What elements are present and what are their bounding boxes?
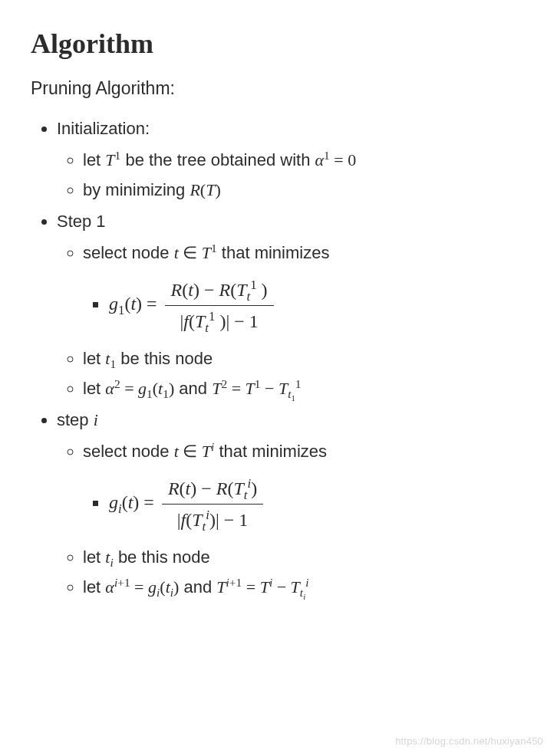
item-step-i: step i select node t ∈ Ti that minimizes… <box>57 407 526 600</box>
text: be the tree obtained with <box>120 150 315 169</box>
stepi-line-c: let ti be this node <box>83 544 526 570</box>
text: that minimizes <box>214 442 327 461</box>
init-line-b: by minimizing R(T) <box>83 177 526 202</box>
step1-label: Step 1 <box>57 212 106 231</box>
text: let <box>83 150 105 169</box>
math-t1: t1 <box>105 349 116 368</box>
math-t-in-Ti: t ∈ Ti <box>174 442 215 461</box>
math-git-eq: gi(t) = <box>109 492 159 512</box>
step1-formula: g1(t) = R(t) − R(Tt1 ) |f(Tt1 )| − 1 <box>109 271 526 340</box>
stepi-line-d: let αi+1 = gi(ti) and Ti+1 = Ti − Ttii <box>83 574 526 600</box>
stepi-label: step i <box>57 410 98 429</box>
math-fraction-1: R(t) − R(Tt1 ) |f(Tt1 )| − 1 <box>165 276 274 335</box>
math-fraction-i: R(t) − R(Tti) |f(Tti)| − 1 <box>162 475 263 534</box>
math-g1t-eq: g1(t) = <box>109 294 162 314</box>
text: select node <box>83 442 174 461</box>
stepi-formula: gi(t) = R(t) − R(Tti) |f(Tti)| − 1 <box>109 470 526 538</box>
text: let <box>83 349 105 368</box>
init-label: Initialization: <box>57 119 150 138</box>
stepi-line-a: select node t ∈ Ti that minimizes gi(t) … <box>83 439 526 538</box>
text: select node <box>83 243 174 262</box>
math-Ti1-eq: Ti+1 = Ti − Ttii <box>216 577 308 597</box>
item-step-1: Step 1 select node t ∈ T1 that minimizes… <box>57 209 526 401</box>
step1-line-d: let α2 = g1(t1) and T2 = T1 − Tt11 <box>83 376 526 401</box>
text: let <box>83 577 105 597</box>
text: and <box>179 577 216 597</box>
text: by minimizing <box>83 180 190 199</box>
text: be this node <box>114 547 210 567</box>
step1-line-a: select node t ∈ T1 that minimizes g1(t) … <box>83 240 526 340</box>
math-alpha1-eq-0: α1 = 0 <box>315 150 356 169</box>
math-ti: ti <box>105 547 113 567</box>
math-alphai1-eq-giti: αi+1 = gi(ti) <box>105 577 179 597</box>
text: and <box>174 379 212 398</box>
math-T1: T1 <box>105 150 120 169</box>
text: be this node <box>116 349 213 368</box>
text: let <box>83 547 105 567</box>
text: that minimizes <box>217 243 330 262</box>
init-line-a: let T1 be the tree obtained with α1 = 0 <box>83 147 526 173</box>
math-T2-eq: T2 = T1 − Tt11 <box>212 379 301 398</box>
step1-line-c: let t1 be this node <box>83 346 526 371</box>
subtitle: Pruning Algorithm: <box>31 75 526 102</box>
page-title: Algorithm <box>31 23 526 64</box>
math-R-T: R(T) <box>190 180 220 199</box>
math-alpha2-eq-g1t1: α2 = g1(t1) <box>105 379 174 398</box>
math-t-in-T1: t ∈ T1 <box>174 243 217 262</box>
algorithm-list: Initialization: let T1 be the tree obtai… <box>31 116 526 600</box>
item-initialization: Initialization: let T1 be the tree obtai… <box>57 116 526 202</box>
text: let <box>83 379 105 398</box>
